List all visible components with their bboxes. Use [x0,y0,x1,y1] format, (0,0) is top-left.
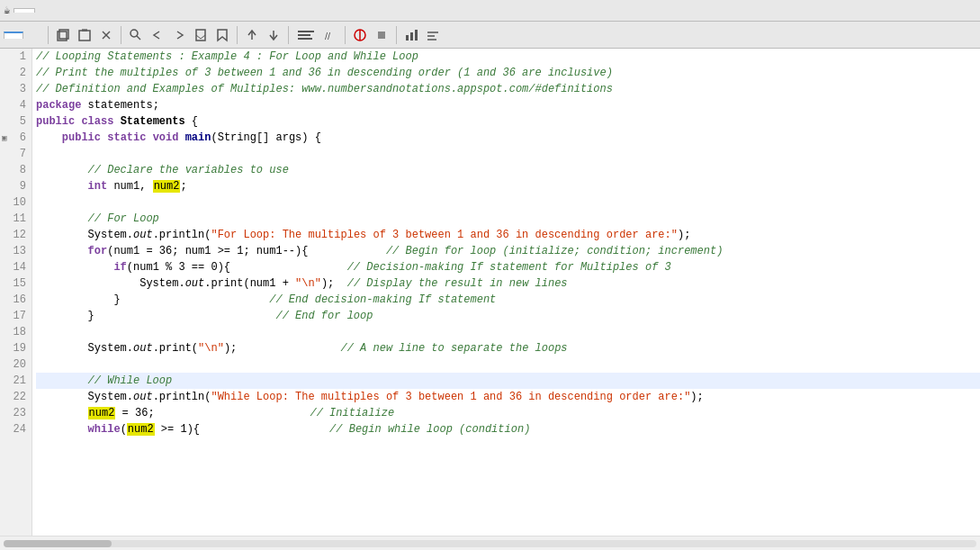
code-line-6: public static void main(String[] args) { [36,130,980,146]
toolbar-btn-2[interactable] [75,25,94,45]
svg-point-6 [130,30,138,37]
code-line-15: System.out.print(num1 + "\n"); // Displa… [36,275,980,292]
toolbar-btn-extra2[interactable] [423,25,443,45]
svg-marker-9 [218,30,227,41]
plain-token: } [36,293,121,306]
tab-history[interactable] [25,32,43,38]
toolbar-btn-back[interactable] [148,25,167,45]
comment-token: // Decision-making If statement for Mult… [347,261,671,274]
toolbar-btn-toggle[interactable] [191,25,211,45]
fold-icon[interactable]: ▣ [2,133,6,143]
toolbar-btn-search[interactable] [126,25,146,45]
code-line-21: // While Loop [36,373,980,389]
back-icon [150,28,165,42]
line-number-11: 11 [0,211,31,227]
code-line-7 [36,146,980,162]
toolbar-btn-bookmark[interactable] [212,25,232,45]
comment-token: // Initialize [310,407,394,419]
plain-token: ); [678,229,690,241]
toolbar-btn-stop[interactable] [372,25,391,45]
copy-icon [56,28,70,42]
line-number-22: 22 [0,389,31,405]
plain-token: System. [36,229,133,241]
comment-token: // A new line to separate the loops [341,342,568,355]
code-line-20 [36,356,980,373]
horizontal-scrollbar[interactable] [0,536,980,550]
line-number-1: 1 [0,49,31,65]
line-number-12: 12 [0,227,31,243]
toolbar-btn-reformat[interactable] [293,25,319,45]
metrics-icon [404,28,418,42]
reformat-icon [297,28,315,42]
plain-token [36,407,88,419]
plain-token [36,423,88,436]
plain-token [36,261,113,274]
line-number-17: 17 [0,308,31,324]
code-line-12: System.out.println("For Loop: The multip… [36,227,980,243]
plain-token [200,423,329,436]
svg-rect-20 [410,32,413,41]
stop-icon [374,28,389,42]
toggle-bookmarks-icon [193,28,208,42]
highlight-token: num2 [127,423,155,436]
plain-token [94,310,276,322]
plain-token: ( [121,423,127,436]
plain-token [230,261,347,274]
code-line-1: // Looping Statements : Example 4 : For … [36,49,980,65]
toolbar-btn-nextbookmark[interactable] [264,25,283,45]
toolbar-btn-prevbookmark[interactable] [242,25,262,45]
line-number-6: ▣6 [0,130,31,146]
forward-icon [172,28,186,42]
code-line-10 [36,194,980,211]
code-line-5: public class Statements { [36,113,980,130]
toolbar-btn-1[interactable] [53,25,73,45]
comment-token: // Looping Statements : Example 4 : For … [36,50,418,63]
code-lines[interactable]: // Looping Statements : Example 4 : For … [32,49,980,536]
code-line-17: } // End for loop [36,308,980,324]
scrollbar-track[interactable] [4,540,976,547]
search-icon [129,28,143,42]
toolbar-separator-5 [345,26,346,44]
plain-token [36,131,62,144]
comment-token: // End decision-making If statement [269,293,496,306]
bookmark-icon [215,28,229,42]
plain-token: .println( [153,229,211,241]
toolbar-btn-run[interactable] [350,25,370,45]
line-number-15: 15 [0,275,31,292]
toolbar-separator-6 [396,26,397,44]
highlight-token: num2 [88,407,116,419]
plain-token: .print( [153,342,198,355]
plain-token [101,131,107,144]
italic-token: out [133,229,153,241]
toolbar-btn-comment[interactable]: // [320,25,340,45]
toolbar-btn-3[interactable] [96,25,116,45]
comment-token: // Print the multiples of 3 between 1 an… [36,67,613,79]
keyword-token: void [153,131,179,144]
string-token: "\n" [295,277,321,290]
comment-icon: // [323,28,337,42]
title-bar: ☕ [0,0,980,22]
toolbar-btn-fwd[interactable] [169,25,189,45]
code-line-14: if(num1 % 3 == 0){ // Decision-making If… [36,259,980,275]
svg-rect-3 [79,31,90,41]
code-container: 12345▣6789101112131415161718192021222324… [0,49,980,536]
plain-token: } [36,310,94,322]
toolbar-btn-extra1[interactable] [401,25,421,45]
line-number-24: 24 [0,421,31,437]
tab-source[interactable] [4,32,23,39]
line-number-7: 7 [0,146,31,162]
file-tab[interactable] [13,8,35,13]
plain-token [36,180,88,193]
line-number-23: 23 [0,405,31,421]
cut-icon [99,28,113,42]
italic-token: out [185,277,205,290]
plain-token [334,277,346,290]
code-line-9: int num1, num2; [36,178,980,194]
scrollbar-thumb[interactable] [4,540,112,547]
keyword-token: while [88,423,121,436]
code-line-4: package statements; [36,97,980,113]
plain-token: ); [690,391,703,403]
plain-token [308,245,385,257]
string-token: "While Loop: The multiples of 3 between … [211,391,690,403]
italic-token: out [133,391,153,403]
